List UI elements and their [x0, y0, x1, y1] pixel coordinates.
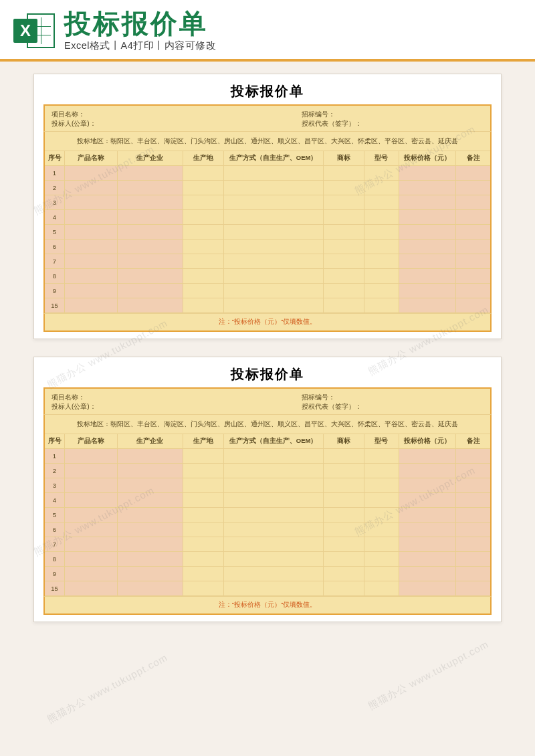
table-cell	[117, 181, 183, 195]
table-header-row: 序号 产品名称 生产企业 生产地 生产方式（自主生产、OEM） 商标 型号 投标…	[44, 151, 491, 166]
region-bar: 投标地区：朝阳区、丰台区、海淀区、门头沟区、房山区、通州区、顺义区、昌平区、大兴…	[43, 131, 492, 151]
bidno-label: 招标编号：	[241, 393, 484, 402]
table-cell	[223, 508, 323, 523]
table-row: 7	[44, 537, 491, 552]
table-cell	[223, 478, 323, 493]
table-cell	[183, 508, 223, 523]
table-cell	[364, 240, 399, 254]
rep-label: 授权代表（签字）：	[241, 402, 484, 411]
table-cell	[323, 567, 364, 581]
col-price: 投标价格（元）	[399, 151, 456, 166]
table-row: 8	[44, 552, 491, 567]
table-cell	[117, 567, 183, 581]
table-cell	[456, 210, 491, 225]
table-cell	[456, 552, 491, 567]
table-cell	[65, 552, 118, 567]
table-cell	[364, 478, 399, 493]
table-cell	[223, 166, 323, 181]
table-cell	[364, 298, 399, 313]
table-cell	[223, 225, 323, 240]
col-brand: 商标	[323, 151, 364, 166]
table-cell	[399, 478, 456, 493]
table-cell	[65, 166, 118, 181]
bid-table: 序号 产品名称 生产企业 生产地 生产方式（自主生产、OEM） 商标 型号 投标…	[43, 151, 492, 313]
table-cell	[183, 195, 223, 210]
table-cell	[183, 449, 223, 464]
table-cell	[399, 537, 456, 552]
table-cell	[456, 449, 491, 464]
table-cell	[117, 269, 183, 284]
table-cell	[399, 240, 456, 254]
sheet-preview-2: 投标报价单 项目名称： 招标编号： 投标人(公章)： 授权代表（签字）： 投标地…	[33, 357, 502, 622]
table-cell	[456, 225, 491, 240]
table-cell	[223, 298, 323, 313]
col-note: 备注	[456, 151, 491, 166]
table-cell: 8	[44, 552, 65, 567]
table-row: 3	[44, 195, 491, 210]
table-cell	[223, 269, 323, 284]
table-row: 6	[44, 240, 491, 254]
table-cell	[65, 210, 118, 225]
table-cell	[364, 195, 399, 210]
table-cell	[183, 298, 223, 313]
col-model: 型号	[364, 151, 399, 166]
table-cell	[456, 254, 491, 269]
table-cell	[183, 478, 223, 493]
table-cell	[117, 523, 183, 537]
table-cell	[223, 537, 323, 552]
document-title: 投标报价单	[43, 82, 492, 100]
table-cell	[117, 298, 183, 313]
table-row: 1	[44, 166, 491, 181]
table-cell	[183, 240, 223, 254]
table-cell	[183, 269, 223, 284]
table-cell	[323, 581, 364, 596]
table-cell	[364, 449, 399, 464]
table-cell	[65, 508, 118, 523]
table-row: 9	[44, 567, 491, 581]
table-cell	[183, 284, 223, 298]
header-title: 投标报价单	[64, 9, 522, 37]
table-cell	[65, 537, 118, 552]
table-cell	[183, 493, 223, 508]
excel-icon: X	[13, 11, 55, 51]
table-cell	[323, 508, 364, 523]
table-cell	[323, 166, 364, 181]
table-cell	[364, 581, 399, 596]
table-cell	[117, 508, 183, 523]
table-cell	[183, 254, 223, 269]
bidder-label: 投标人(公章)：	[51, 119, 233, 128]
table-cell	[364, 508, 399, 523]
table-cell	[364, 225, 399, 240]
table-cell	[323, 269, 364, 284]
table-cell	[65, 298, 118, 313]
sheet-preview-1: 投标报价单 项目名称： 招标编号： 投标人(公章)： 授权代表（签字）： 投标地…	[33, 74, 502, 339]
col-place: 生产地	[183, 434, 223, 449]
table-cell: 9	[44, 284, 65, 298]
table-cell: 6	[44, 240, 65, 254]
table-cell	[364, 464, 399, 478]
table-cell	[456, 508, 491, 523]
col-name: 产品名称	[65, 434, 118, 449]
table-cell	[399, 284, 456, 298]
table-cell	[399, 210, 456, 225]
table-cell	[323, 284, 364, 298]
table-cell	[456, 195, 491, 210]
table-cell	[183, 210, 223, 225]
table-cell: 5	[44, 508, 65, 523]
info-block: 项目名称： 招标编号： 投标人(公章)： 授权代表（签字）：	[43, 104, 492, 131]
table-cell: 3	[44, 478, 65, 493]
table-cell	[117, 284, 183, 298]
table-cell: 2	[44, 464, 65, 478]
table-cell	[323, 464, 364, 478]
table-cell	[223, 581, 323, 596]
table-cell	[65, 254, 118, 269]
table-cell	[364, 210, 399, 225]
table-row: 2	[44, 464, 491, 478]
table-cell	[456, 284, 491, 298]
table-cell	[117, 210, 183, 225]
table-cell: 7	[44, 537, 65, 552]
table-cell	[323, 225, 364, 240]
footnote: 注："投标价格（元）"仅填数值。	[43, 596, 492, 615]
table-body-1: 12345678915	[44, 166, 491, 313]
table-cell	[364, 552, 399, 567]
